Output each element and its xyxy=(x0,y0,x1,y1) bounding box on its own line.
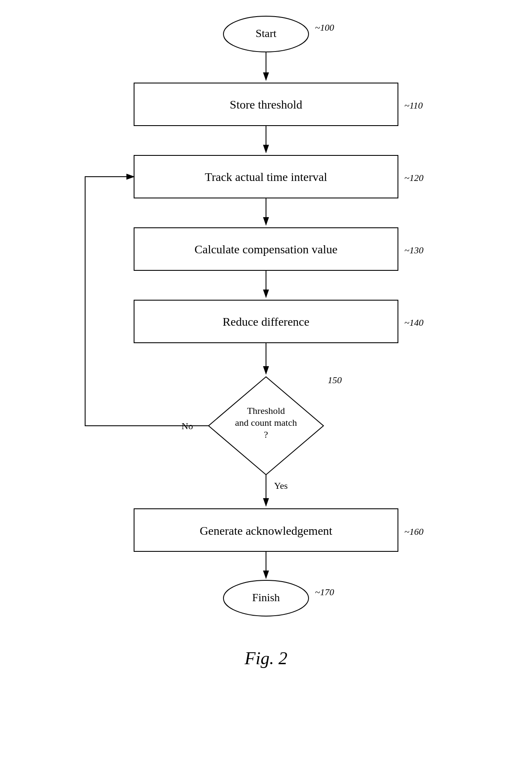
n130-ref: ~130 xyxy=(404,245,423,255)
n140-ref: ~140 xyxy=(404,317,423,328)
store-threshold-box xyxy=(134,83,398,126)
gen-ack-box xyxy=(134,509,398,551)
n120-ref: ~120 xyxy=(404,172,423,183)
n160-ref: ~160 xyxy=(404,526,423,537)
start-label: Start xyxy=(255,27,277,40)
track-time-label: Track actual time interval xyxy=(205,170,327,184)
no-label: No xyxy=(182,421,193,431)
decision-line1: Threshold xyxy=(247,405,285,416)
finish-label: Finish xyxy=(252,591,280,604)
store-threshold-label: Store threshold xyxy=(230,98,302,111)
figure-caption: Fig. 2 xyxy=(244,648,287,668)
gen-ack-label: Generate acknowledgement xyxy=(200,524,332,537)
decision-line2: and count match xyxy=(235,417,297,428)
start-oval xyxy=(223,16,309,52)
loop-back-line xyxy=(85,177,209,426)
track-time-box xyxy=(134,155,398,198)
start-ref: ~100 xyxy=(315,22,334,33)
yes-label: Yes xyxy=(274,480,288,491)
reduce-diff-box xyxy=(134,300,398,343)
n150-ref: 150 xyxy=(328,375,342,385)
n110-ref: ~110 xyxy=(404,100,423,111)
decision-diamond xyxy=(209,377,323,475)
reduce-diff-label: Reduce difference xyxy=(223,315,309,328)
calc-comp-label: Calculate compensation value xyxy=(194,243,338,256)
decision-line3: ? xyxy=(264,429,268,440)
finish-ref: ~170 xyxy=(315,587,334,597)
calc-comp-box xyxy=(134,228,398,270)
finish-oval xyxy=(223,580,309,616)
